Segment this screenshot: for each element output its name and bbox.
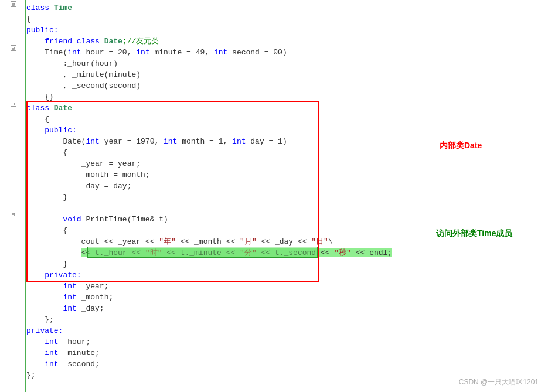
fold-print-time[interactable]: ⊟: [0, 212, 26, 217]
access-annotation: 访问外部类Time成员: [436, 229, 512, 239]
gutter: ⊟ ⊟ ⊟ ⊟: [0, 0, 26, 392]
gutter-inner: ⊟ ⊟ ⊟ ⊟: [0, 0, 25, 392]
annotations-panel: 内部类Date 访问外部类Time成员: [434, 0, 548, 392]
code-content: class Time { public: friend class Date;/…: [26, 4, 392, 380]
vline-1: [13, 12, 13, 94]
footer-text: CSDN @一只大喵咪1201: [459, 377, 539, 387]
fold-date-ctor[interactable]: ⊟: [0, 101, 26, 107]
fold-class-time[interactable]: ⊟: [0, 1, 26, 7]
code-area: class Time { public: friend class Date;/…: [26, 0, 434, 392]
fold-time-ctor[interactable]: ⊟: [0, 45, 26, 51]
code-pre: class Time { public: friend class Date;/…: [26, 2, 434, 381]
date-class-annotation: 内部类Date: [440, 141, 482, 151]
vline-2: [13, 111, 13, 299]
code-container: ⊟ ⊟ ⊟ ⊟ class Time { public: friend clas…: [0, 0, 548, 392]
